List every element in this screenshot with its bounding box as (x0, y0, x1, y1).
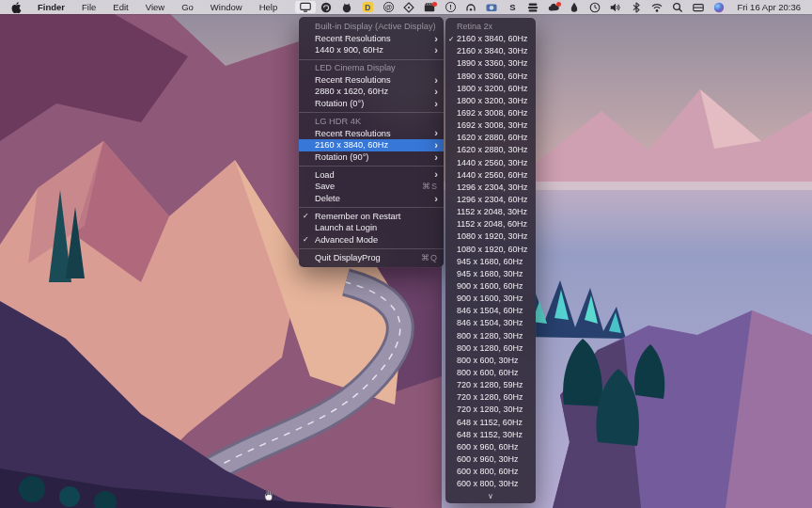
checkmark-icon (448, 404, 457, 416)
resolution-option-1620-x-2880-60hz[interactable]: 1620 x 2880, 60Hz (445, 132, 536, 144)
resolution-option-1152-x-2048-60hz[interactable]: 1152 x 2048, 60Hz (445, 218, 536, 230)
checkmark-icon (303, 139, 315, 151)
resolution-option-1440-x-2560-60hz[interactable]: 1440 x 2560, 60Hz (445, 169, 536, 182)
at-circle-icon[interactable]: @ (378, 0, 398, 14)
checkmark-icon (448, 317, 457, 329)
resolution-option-1620-x-2880-30hz[interactable]: 1620 x 2880, 30Hz (445, 144, 536, 156)
clock-app-icon[interactable] (585, 0, 605, 14)
menu-item-remember-on-restart[interactable]: ✓Remember on Restart (299, 211, 444, 223)
spotlight-search-icon[interactable] (667, 0, 688, 14)
screen-record-icon[interactable] (419, 0, 440, 14)
resolution-option-1296-x-2304-60hz[interactable]: 1296 x 2304, 60Hz (445, 194, 536, 206)
resolution-option-600-x-960-60hz[interactable]: 600 x 960, 60Hz (445, 441, 536, 453)
resolution-option-1692-x-3008-30hz[interactable]: 1692 x 3008, 30Hz (445, 119, 536, 132)
menu-item-2160-x-3840-60hz[interactable]: 2160 x 3840, 60Hz› (299, 139, 444, 151)
checkmark-icon (448, 478, 457, 490)
volume-icon[interactable] (605, 0, 626, 14)
checkmark-icon (448, 330, 457, 342)
ink-droplet-icon[interactable] (564, 0, 585, 14)
menu-item-save[interactable]: Save⌘S (299, 181, 444, 193)
resolution-option-945-x-1680-60hz[interactable]: 945 x 1680, 60Hz (445, 256, 536, 268)
resolution-option-900-x-1600-30hz[interactable]: 900 x 1600, 30Hz (445, 293, 536, 305)
menu-file[interactable]: File (73, 0, 104, 14)
s-app-icon[interactable]: S (502, 0, 523, 14)
headphones-icon[interactable] (461, 0, 481, 14)
menu-go[interactable]: Go (173, 0, 202, 14)
camera-app-icon[interactable] (481, 0, 502, 14)
resolution-option-800-x-1280-30hz[interactable]: 800 x 1280, 30Hz (445, 330, 536, 342)
menu-item-2880-x-1620-60hz[interactable]: 2880 x 1620, 60Hz› (299, 86, 444, 98)
resolution-option-600-x-960-30hz[interactable]: 600 x 960, 30Hz (445, 453, 536, 466)
resolution-option-600-x-800-60hz[interactable]: 600 x 800, 60Hz (445, 466, 536, 478)
bluetooth-icon[interactable] (626, 0, 647, 14)
scroll-down-indicator[interactable]: ∨ (445, 490, 536, 501)
resolution-option-1800-x-3200-30hz[interactable]: 1800 x 3200, 30Hz (445, 95, 536, 107)
resolution-option-1890-x-3360-60hz[interactable]: 1890 x 3360, 60Hz (445, 71, 536, 83)
checkmark-icon (448, 441, 457, 453)
resolution-option-1080-x-1920-60hz[interactable]: 1080 x 1920, 60Hz (445, 244, 536, 256)
resolution-option-1152-x-2048-30hz[interactable]: 1152 x 2048, 30Hz (445, 206, 536, 218)
menu-item-launch-at-login[interactable]: Launch at Login (299, 222, 444, 234)
checkmark-icon (303, 151, 315, 164)
resolution-option-900-x-1600-60hz[interactable]: 900 x 1600, 60Hz (445, 280, 536, 293)
menu-item-recent-resolutions[interactable]: Recent Resolutions› (299, 33, 444, 45)
diamond-target-icon[interactable] (398, 0, 419, 14)
resolution-option-648-x-1152-30hz[interactable]: 648 x 1152, 30Hz (445, 429, 536, 441)
menu-help[interactable]: Help (251, 0, 287, 14)
resolution-option-720-x-1280-59hz[interactable]: 720 x 1280, 59Hz (445, 379, 536, 391)
menu-item-advanced-mode[interactable]: ✓Advanced Mode (299, 234, 444, 246)
resolution-option-800-x-600-60hz[interactable]: 800 x 600, 60Hz (445, 367, 536, 379)
siri-icon[interactable] (709, 0, 729, 14)
menu-separator (299, 166, 444, 167)
menu-item-rotation-0[interactable]: Rotation (0°)› (299, 98, 444, 110)
swirl-circle-icon[interactable] (316, 0, 336, 14)
resolution-option-846-x-1504-60hz[interactable]: 846 x 1504, 60Hz (445, 305, 536, 317)
cat-app-icon[interactable] (336, 0, 357, 14)
apple-icon[interactable] (11, 2, 22, 13)
menu-item-rotation-90[interactable]: Rotation (90°)› (299, 151, 444, 164)
cloud-sync-icon[interactable] (543, 0, 564, 14)
car-stack-icon[interactable] (523, 0, 543, 14)
desktop-drawer-icon[interactable] (688, 0, 709, 14)
resolution-option-1692-x-3008-60hz[interactable]: 1692 x 3008, 60Hz (445, 107, 536, 119)
menu-item-recent-resolutions[interactable]: Recent Resolutions› (299, 74, 444, 87)
menu-bar-clock[interactable]: Fri 16 Apr 20:36 (729, 2, 804, 12)
resolution-option-720-x-1280-30hz[interactable]: 720 x 1280, 30Hz (445, 404, 536, 416)
resolution-option-2160-x-3840-60hz[interactable]: ✓2160 x 3840, 60Hz (445, 33, 536, 45)
resolution-option-600-x-800-30hz[interactable]: 600 x 800, 30Hz (445, 478, 536, 490)
resolution-option-2160-x-3840-30hz[interactable]: 2160 x 3840, 30Hz (445, 45, 536, 57)
resolution-option-1800-x-3200-60hz[interactable]: 1800 x 3200, 60Hz (445, 83, 536, 95)
resolution-option-846-x-1504-30hz[interactable]: 846 x 1504, 30Hz (445, 317, 536, 329)
checkmark-icon (448, 169, 457, 182)
resolution-option-800-x-1280-60hz[interactable]: 800 x 1280, 60Hz (445, 342, 536, 355)
menu-item-load[interactable]: Load› (299, 169, 444, 182)
resolution-option-1890-x-3360-30hz[interactable]: 1890 x 3360, 30Hz (445, 57, 536, 70)
menu-window[interactable]: Window (202, 0, 251, 14)
menu-item-1440-x-900-60hz[interactable]: 1440 x 900, 60Hz› (299, 44, 444, 56)
checkmark-icon (448, 83, 457, 95)
menu-separator (299, 248, 444, 249)
resolution-option-1440-x-2560-30hz[interactable]: 1440 x 2560, 30Hz (445, 157, 536, 169)
alert-circle-icon[interactable]: ! (440, 0, 461, 14)
displayprog-display-icon[interactable] (295, 1, 316, 13)
menu-finder[interactable]: Finder (29, 0, 73, 14)
submenu-arrow-icon: › (434, 75, 438, 85)
menu-item-recent-resolutions[interactable]: Recent Resolutions› (299, 128, 444, 140)
checkmark-icon (448, 293, 457, 305)
resolution-option-1080-x-1920-30hz[interactable]: 1080 x 1920, 30Hz (445, 230, 536, 243)
menu-edit[interactable]: Edit (104, 0, 136, 14)
resolution-option-945-x-1680-30hz[interactable]: 945 x 1680, 30Hz (445, 268, 536, 280)
menu-item-delete[interactable]: Delete› (299, 193, 444, 205)
resolution-option-720-x-1280-60hz[interactable]: 720 x 1280, 60Hz (445, 391, 536, 404)
alert-circle-glyph: ! (445, 2, 456, 12)
submenu-arrow-icon: › (434, 194, 438, 203)
menu-view[interactable]: View (137, 0, 173, 14)
d-app-icon[interactable]: D (357, 0, 378, 14)
resolution-option-1296-x-2304-30hz[interactable]: 1296 x 2304, 30Hz (445, 182, 536, 194)
resolution-option-800-x-600-30hz[interactable]: 800 x 600, 30Hz (445, 355, 536, 367)
wifi-icon[interactable] (647, 0, 667, 14)
s-app-glyph: S (509, 2, 515, 12)
resolution-option-648-x-1152-60hz[interactable]: 648 x 1152, 60Hz (445, 417, 536, 429)
checkmark-icon (303, 86, 315, 98)
menu-item-quit-displayprog[interactable]: Quit DisplayProg⌘Q (299, 252, 444, 264)
